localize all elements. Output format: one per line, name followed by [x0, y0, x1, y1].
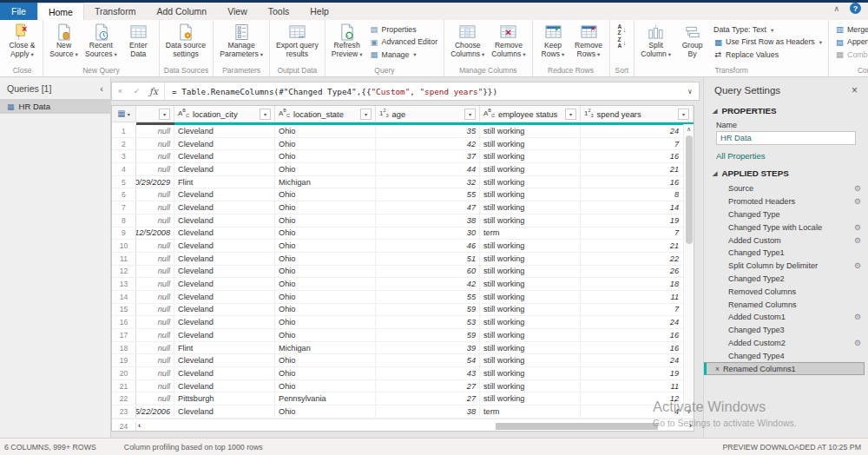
cell-age[interactable]: 27 — [376, 392, 480, 405]
cell-employee-status[interactable]: still working — [480, 304, 581, 316]
cell-employee-status[interactable]: still working — [480, 150, 581, 162]
applied-step-changed-type3[interactable]: Changed Type3 — [704, 324, 868, 337]
cell-age[interactable]: 55 — [376, 188, 480, 201]
step-settings-gear-icon[interactable]: ⚙ — [854, 261, 861, 270]
cell-spend-years[interactable]: 19 — [581, 367, 694, 379]
query-name-input[interactable] — [716, 131, 856, 145]
cell-age[interactable]: 42 — [376, 138, 480, 150]
cell-location-city[interactable]: Cleveland — [174, 329, 275, 341]
cell-age[interactable]: 59 — [376, 329, 480, 341]
column-header-age[interactable]: 123age▾ — [376, 106, 480, 122]
cell-spend-years[interactable]: 16 — [581, 176, 694, 188]
cell-spend-years[interactable]: 24 — [581, 354, 694, 366]
row-number[interactable]: 4 — [112, 163, 136, 175]
new-source-button[interactable]: NewSource▾ — [46, 21, 82, 66]
cell-employee-status[interactable]: term — [480, 406, 581, 418]
cell-spend-years[interactable]: 14 — [581, 201, 694, 214]
data-source-settings-button[interactable]: Data sourcesettings — [162, 21, 209, 66]
cell-location-city[interactable]: Cleveland — [174, 367, 275, 379]
applied-step-added-custom2[interactable]: Added Custom2⚙ — [704, 337, 868, 350]
cell-spend-years[interactable]: 21 — [581, 240, 694, 252]
cell-employee-status[interactable]: still working — [480, 253, 581, 265]
cell-unnamed[interactable]: null — [136, 188, 174, 201]
cell-spend-years[interactable]: 16 — [581, 329, 694, 341]
cell-spend-years[interactable]: 7 — [581, 304, 694, 316]
cell-location-city[interactable]: Cleveland — [174, 125, 275, 137]
enter-data-button[interactable]: EnterData — [121, 21, 156, 66]
cell-location-state[interactable]: Michigan — [275, 176, 376, 188]
cell-employee-status[interactable]: term — [480, 228, 581, 240]
row-number[interactable]: 17 — [112, 329, 136, 341]
row-number[interactable]: 12 — [112, 266, 136, 278]
merge-queries-button[interactable]: ▥Merge Queries▾ — [832, 23, 868, 36]
tab-help[interactable]: Help — [299, 3, 339, 20]
cell-location-state[interactable]: Ohio — [275, 367, 376, 379]
cell-employee-status[interactable]: still working — [480, 278, 581, 290]
cell-location-state[interactable]: Ohio — [275, 380, 376, 392]
replace-values-button[interactable]: ⇄Replace Values — [710, 49, 825, 61]
cell-spend-years[interactable]: 7 — [581, 138, 694, 150]
row-number[interactable]: 1 — [112, 125, 136, 137]
filter-dropdown-icon[interactable]: ▾ — [565, 109, 576, 120]
cell-spend-years[interactable]: 7 — [581, 228, 694, 240]
cell-unnamed[interactable]: 12/5/2008 — [136, 228, 174, 240]
row-number[interactable]: 7 — [112, 201, 136, 214]
cell-spend-years[interactable]: 8 — [581, 188, 694, 201]
cell-spend-years[interactable]: 22 — [581, 253, 694, 265]
cell-age[interactable]: 53 — [376, 316, 480, 328]
cell-employee-status[interactable]: still working — [480, 176, 581, 188]
cell-unnamed[interactable]: null — [136, 163, 174, 175]
cell-spend-years[interactable]: 11 — [581, 380, 694, 392]
query-item-hr-data[interactable]: ▦HR Data — [0, 99, 110, 114]
tab-tools[interactable]: Tools — [258, 3, 300, 20]
cell-unnamed[interactable]: null — [136, 354, 174, 366]
cell-unnamed[interactable]: null — [136, 150, 174, 162]
cell-age[interactable]: 60 — [376, 266, 480, 278]
cell-unnamed[interactable]: null — [136, 138, 174, 150]
column-header-location-state[interactable]: ABClocation_state▾ — [275, 106, 376, 122]
cell-unnamed[interactable]: null — [136, 291, 174, 303]
step-settings-gear-icon[interactable]: ⚙ — [854, 223, 861, 232]
vertical-scrollbar[interactable]: ∧ ∨ — [683, 124, 694, 416]
append-queries-button[interactable]: ▤Append Queries▾ — [832, 36, 868, 48]
horizontal-scroll-thumb[interactable] — [496, 423, 658, 430]
cell-age[interactable]: 39 — [376, 342, 480, 354]
cell-location-state[interactable]: Ohio — [275, 266, 376, 278]
cell-location-state[interactable]: Ohio — [275, 316, 376, 328]
cell-spend-years[interactable]: 12 — [581, 392, 694, 405]
row-number[interactable]: 20 — [112, 367, 136, 379]
step-settings-gear-icon[interactable]: ⚙ — [854, 236, 861, 245]
cell-spend-years[interactable]: 18 — [581, 278, 694, 290]
applied-step-split-column-by-delimiter[interactable]: Split Column by Delimiter⚙ — [704, 260, 868, 273]
cell-age[interactable]: 59 — [376, 304, 480, 316]
choose-columns-button[interactable]: ChooseColumns▾ — [447, 21, 488, 66]
filter-dropdown-icon[interactable]: ▾ — [678, 109, 689, 120]
cell-location-city[interactable]: Cleveland — [174, 163, 275, 175]
scroll-down-icon[interactable]: ∨ — [687, 406, 691, 416]
cell-age[interactable]: 30 — [376, 228, 480, 240]
cell-employee-status[interactable]: still working — [480, 201, 581, 214]
row-number[interactable]: 3 — [112, 150, 136, 162]
row-number[interactable]: 22 — [112, 392, 136, 405]
cell-age[interactable]: 38 — [376, 214, 480, 227]
cell-age[interactable]: 55 — [376, 291, 480, 303]
cell-age[interactable]: 35 — [376, 125, 480, 137]
row-number[interactable]: 15 — [112, 304, 136, 316]
cell-age[interactable]: 51 — [376, 253, 480, 265]
cell-spend-years[interactable]: 24 — [581, 316, 694, 328]
horizontal-scrollbar[interactable]: ‹ › — [138, 421, 680, 432]
row-number[interactable]: 16 — [112, 316, 136, 328]
close-query-settings-icon[interactable]: × — [852, 84, 858, 96]
applied-step-renamed-columns1[interactable]: ×Renamed Columns1 — [704, 362, 865, 375]
applied-step-changed-type2[interactable]: Changed Type2 — [704, 273, 868, 286]
remove-rows-button[interactable]: ×RemoveRows▾ — [571, 21, 607, 66]
formula-input[interactable]: = Table.RenameColumns(#"Changed Type4",{… — [167, 87, 681, 96]
advanced-editor-button[interactable]: ▣Advanced Editor — [366, 36, 442, 48]
cell-location-city[interactable]: Cleveland — [174, 278, 275, 290]
cell-spend-years[interactable]: 26 — [581, 266, 694, 278]
cell-unnamed[interactable]: null — [136, 367, 174, 379]
step-settings-gear-icon[interactable]: ⚙ — [854, 339, 861, 347]
row-number[interactable]: 11 — [112, 253, 136, 265]
cell-unnamed[interactable]: null — [136, 253, 174, 265]
cell-location-state[interactable]: Ohio — [275, 125, 376, 137]
